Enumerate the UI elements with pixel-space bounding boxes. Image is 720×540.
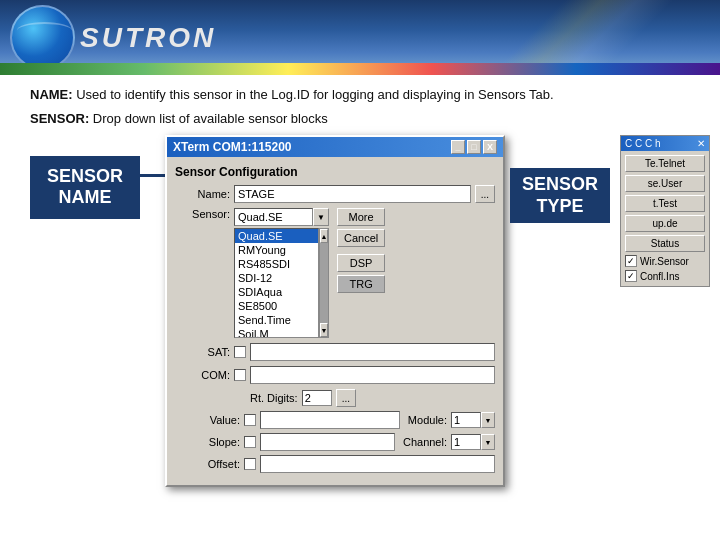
wirsensor-checkbox[interactable]: ✓	[625, 255, 637, 267]
sensor-rest: Drop down list of available sensor block…	[93, 111, 328, 126]
header-decorative	[420, 0, 720, 63]
name-browse-button[interactable]: ...	[475, 185, 495, 203]
right-panel-body: Te.Telnet se.User t.Test up.de Status ✓ …	[621, 151, 709, 286]
sensor-label: Sensor:	[175, 208, 230, 220]
list-item[interactable]: Soil.M	[235, 327, 318, 338]
offset-row: Offset:	[175, 455, 495, 473]
module-input[interactable]	[451, 412, 481, 428]
name-description: NAME: Used to identify this sensor in th…	[30, 85, 690, 105]
sensor-listbox-container: Quad.SE RMYoung RS485SDI SDI-12 SDIAqua …	[234, 228, 329, 338]
header-stripe	[0, 63, 720, 75]
trg-button[interactable]: TRG	[337, 275, 385, 293]
dsp-trg-area: DSP TRG	[337, 254, 385, 293]
com-label: COM:	[175, 369, 230, 381]
dialog-body: Sensor Configuration Name: ... Sensor: ▼…	[167, 157, 503, 485]
value-checkbox[interactable]	[244, 414, 256, 426]
com-checkbox[interactable]	[234, 369, 246, 381]
dsp-button[interactable]: DSP	[337, 254, 385, 272]
dialog-section-title: Sensor Configuration	[175, 165, 495, 179]
listbox-scrollbar[interactable]: ▲ ▼	[319, 228, 329, 338]
offset-input[interactable]	[260, 455, 495, 473]
module-select-wrap: ▼	[451, 412, 495, 428]
name-label: Name:	[175, 188, 230, 200]
module-dropdown-btn[interactable]: ▼	[481, 412, 495, 428]
right-panel-titlebar: C C C h ✕	[621, 136, 709, 151]
name-rest: Used to identify this sensor in the Log.…	[76, 87, 553, 102]
channel-dropdown-btn[interactable]: ▼	[481, 434, 495, 450]
cancel-button[interactable]: Cancel	[337, 229, 385, 247]
module-label: Module:	[408, 414, 447, 426]
rp-close-icon[interactable]: ✕	[697, 138, 705, 149]
slope-row: Slope: Channel: ▼	[175, 433, 495, 451]
sensor-description: SENSOR: Drop down list of available sens…	[30, 111, 690, 126]
more-button[interactable]: More	[337, 208, 385, 226]
slope-input[interactable]	[260, 433, 395, 451]
sensor-name-label: SENSOR NAME	[30, 156, 140, 219]
sat-input[interactable]	[250, 343, 495, 361]
globe-logo	[10, 5, 75, 70]
sensor-listbox[interactable]: Quad.SE RMYoung RS485SDI SDI-12 SDIAqua …	[234, 228, 319, 338]
name-bold: NAME:	[30, 87, 73, 102]
lower-rows: Rt. Digits: ... Value: Module: ▼ Slope:	[175, 389, 495, 473]
list-item[interactable]: SDIAqua	[235, 285, 318, 299]
dialog-title: XTerm COM1:115200	[173, 140, 292, 154]
com-input[interactable]	[250, 366, 495, 384]
name-input[interactable]	[234, 185, 471, 203]
right-panel-title: C C C h	[625, 138, 661, 149]
rp-seuser-button[interactable]: se.User	[625, 175, 705, 192]
rt-digits-browse-button[interactable]: ...	[336, 389, 356, 407]
channel-select-wrap: ▼	[451, 434, 495, 450]
rp-conflins-row: ✓ Confl.Ins	[625, 270, 705, 282]
rt-digits-label: Rt. Digits:	[250, 392, 298, 404]
list-item[interactable]: Quad.SE	[235, 229, 318, 243]
sat-checkbox[interactable]	[234, 346, 246, 358]
rp-test-button[interactable]: t.Test	[625, 195, 705, 212]
titlebar-buttons: _ □ X	[451, 140, 497, 154]
list-item[interactable]: SE8500	[235, 299, 318, 313]
sat-label: SAT:	[175, 346, 230, 358]
list-item[interactable]: RS485SDI	[235, 257, 318, 271]
action-buttons-area: More Cancel DSP TRG	[337, 208, 385, 293]
channel-input[interactable]	[451, 434, 481, 450]
minimize-button[interactable]: _	[451, 140, 465, 154]
offset-label: Offset:	[175, 458, 240, 470]
slope-label: Slope:	[175, 436, 240, 448]
rp-tetelnet-button[interactable]: Te.Telnet	[625, 155, 705, 172]
scrollbar-up-button[interactable]: ▲	[320, 229, 328, 243]
list-item[interactable]: Send.Time	[235, 313, 318, 327]
rp-update-button[interactable]: up.de	[625, 215, 705, 232]
list-item[interactable]: SDI-12	[235, 271, 318, 285]
name-row: Name: ...	[175, 185, 495, 203]
value-row: Value: Module: ▼	[175, 411, 495, 429]
close-button[interactable]: X	[483, 140, 497, 154]
value-input[interactable]	[260, 411, 400, 429]
rp-status-button[interactable]: Status	[625, 235, 705, 252]
scrollbar-track[interactable]	[320, 243, 328, 323]
sensor-type-label: SENSOR TYPE	[510, 168, 610, 223]
header: SUTRON	[0, 0, 720, 75]
wirsensor-label: Wir.Sensor	[640, 256, 689, 267]
list-item[interactable]: RMYoung	[235, 243, 318, 257]
sensor-dropdown-arrow[interactable]: ▼	[313, 208, 329, 226]
value-label: Value:	[175, 414, 240, 426]
sensor-bold: SENSOR:	[30, 111, 89, 126]
offset-checkbox[interactable]	[244, 458, 256, 470]
dialog-titlebar: XTerm COM1:115200 _ □ X	[167, 137, 503, 157]
maximize-button[interactable]: □	[467, 140, 481, 154]
conflins-label: Confl.Ins	[640, 271, 679, 282]
sensor-config-dialog: XTerm COM1:115200 _ □ X Sensor Configura…	[165, 135, 505, 487]
brand-logo: SUTRON	[80, 22, 216, 54]
sensor-dropdown-input[interactable]	[234, 208, 313, 226]
sat-row: SAT:	[175, 343, 495, 361]
channel-label: Channel:	[403, 436, 447, 448]
rp-wirsensor-row: ✓ Wir.Sensor	[625, 255, 705, 267]
sensor-row: Sensor: ▼ Quad.SE RMYoung RS485SDI SDI-1…	[175, 208, 495, 338]
rt-digits-input[interactable]	[302, 390, 332, 406]
conflins-checkbox[interactable]: ✓	[625, 270, 637, 282]
right-panel: C C C h ✕ Te.Telnet se.User t.Test up.de…	[620, 135, 710, 287]
slope-checkbox[interactable]	[244, 436, 256, 448]
rt-digits-row: Rt. Digits: ...	[175, 389, 495, 407]
com-row: COM:	[175, 366, 495, 384]
scrollbar-down-button[interactable]: ▼	[320, 323, 328, 337]
